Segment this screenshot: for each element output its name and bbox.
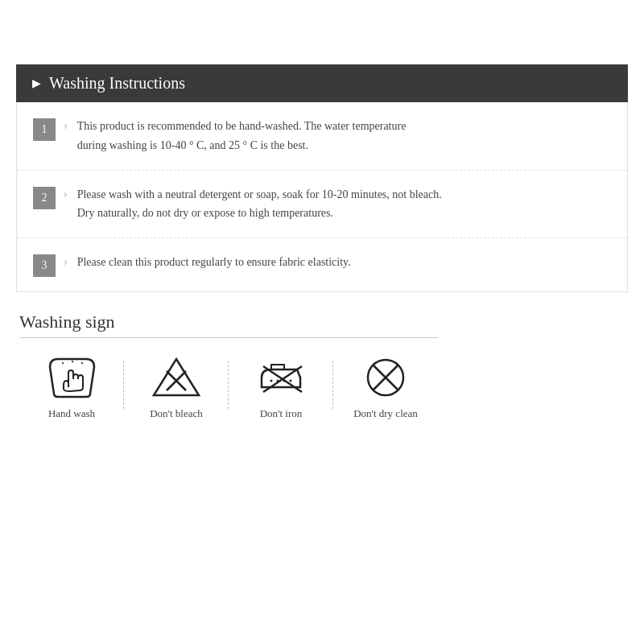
iron-label: Don't iron xyxy=(260,407,303,420)
instruction-item-2: 2 › Please wash with a neutral detergent… xyxy=(17,171,627,239)
washing-sign-divider xyxy=(19,337,438,338)
section-header: ▶ Washing Instructions xyxy=(16,64,628,102)
chevron-1: › xyxy=(64,120,68,133)
instruction-text-3: Please clean this product regularly to e… xyxy=(77,253,351,272)
instruction-text-2: Please wash with a neutral detergent or … xyxy=(77,185,442,224)
instruction-text-1: This product is recommended to be hand-w… xyxy=(77,117,407,155)
bleach-icon xyxy=(148,353,204,401)
chevron-3: › xyxy=(64,256,68,269)
page-wrapper: ▶ Washing Instructions 1 › This product … xyxy=(0,0,644,644)
instruction-1-line2: during washing is 10-40 ° C, and 25 ° C … xyxy=(77,139,308,151)
icons-row: Hand wash Don't bleach xyxy=(19,353,625,420)
instruction-3-line1: Please clean this product regularly to e… xyxy=(77,256,351,268)
washing-sign-section: Washing sign xyxy=(16,312,628,420)
icon-item-handwash: Hand wash xyxy=(19,353,124,420)
instruction-2-line1: Please wash with a neutral detergent or … xyxy=(77,188,442,200)
icon-item-iron: Don't iron xyxy=(229,353,333,420)
handwash-label: Hand wash xyxy=(48,407,95,420)
dryclean-icon xyxy=(357,353,414,401)
washing-sign-title: Washing sign xyxy=(19,312,625,332)
bleach-label: Don't bleach xyxy=(150,407,203,420)
icon-item-dryclean: Don't dry clean xyxy=(333,353,438,420)
header-arrow: ▶ xyxy=(32,76,41,90)
handwash-icon xyxy=(43,353,100,401)
instruction-item-3: 3 › Please clean this product regularly … xyxy=(17,238,627,291)
header-title: Washing Instructions xyxy=(49,74,185,93)
iron-icon xyxy=(253,353,309,401)
icon-item-bleach: Don't bleach xyxy=(124,353,229,420)
instruction-item-1: 1 › This product is recommended to be ha… xyxy=(17,102,627,171)
dryclean-label: Don't dry clean xyxy=(353,407,418,420)
step-number-2: 2 xyxy=(33,187,56,209)
instruction-list: 1 › This product is recommended to be ha… xyxy=(16,102,628,292)
instruction-1-line1: This product is recommended to be hand-w… xyxy=(77,120,407,132)
chevron-2: › xyxy=(64,188,68,201)
step-number-3: 3 xyxy=(33,254,56,277)
instruction-2-line2: Dry naturally, do not dry or expose to h… xyxy=(77,207,333,219)
svg-point-5 xyxy=(289,379,291,382)
svg-point-2 xyxy=(270,379,272,382)
step-number-1: 1 xyxy=(33,118,56,141)
